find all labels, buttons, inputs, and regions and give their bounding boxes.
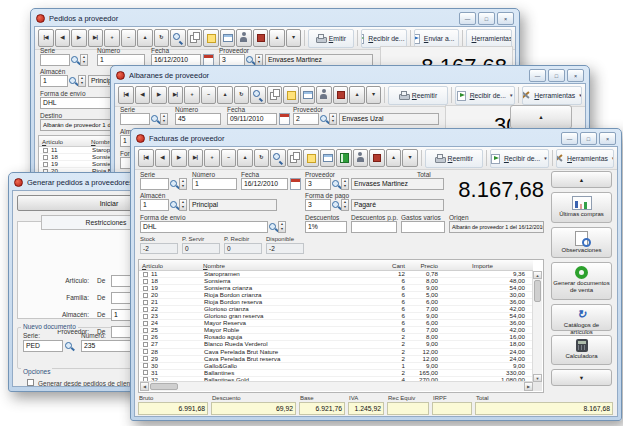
column-header-cant[interactable]: Cant bbox=[392, 262, 405, 269]
serie-spinner[interactable] bbox=[160, 113, 168, 125]
scroll-down-icon[interactable]: ▼ bbox=[533, 374, 542, 382]
sort-up-icon[interactable]: ▲ bbox=[349, 86, 365, 104]
search-icon[interactable] bbox=[319, 113, 329, 125]
nav-first-icon[interactable]: |◀ bbox=[38, 29, 54, 47]
sidebar-up-button[interactable]: ▲ bbox=[551, 171, 612, 188]
accept-icon[interactable]: ▲ bbox=[217, 86, 233, 104]
facturas-titlebar[interactable]: Facturas de proveedor —□× bbox=[131, 129, 621, 146]
table-row[interactable]: 11 Staropramen 12 0,78 9,36 bbox=[140, 271, 533, 278]
minimize-button[interactable]: — bbox=[459, 12, 476, 25]
scrollbar-thumb[interactable] bbox=[150, 383, 178, 390]
catalogos-articulos-button[interactable]: Catálogos de artículos bbox=[551, 304, 612, 331]
maximize-button[interactable]: □ bbox=[580, 132, 597, 145]
table-row[interactable]: 26 Rosado aguja 2 8,00 16,00 bbox=[140, 334, 533, 341]
notes-icon[interactable] bbox=[303, 149, 319, 167]
nav-prev-icon[interactable]: ◀ bbox=[135, 86, 151, 104]
notes-icon[interactable] bbox=[283, 86, 299, 104]
row-checkbox[interactable] bbox=[143, 293, 148, 298]
sidebar-down-button[interactable]: ▼ bbox=[551, 369, 612, 386]
stop-icon[interactable] bbox=[369, 149, 385, 167]
table-row[interactable]: 23 Glorioso gran reserva 6 9,00 54,00 bbox=[140, 313, 533, 320]
scroll-left-icon[interactable]: ◀ bbox=[140, 382, 149, 391]
horizontal-scrollbar[interactable]: ◀ ▶ bbox=[140, 381, 533, 391]
row-checkbox[interactable] bbox=[143, 314, 148, 319]
emitir-button[interactable]: Emitir bbox=[308, 29, 354, 48]
accept-icon[interactable]: ▲ bbox=[237, 149, 253, 167]
fecha-input[interactable]: 09/11/2010 bbox=[227, 113, 277, 125]
panel-up-button[interactable]: ▲ bbox=[510, 105, 572, 129]
fecha-input[interactable]: 16/12/2010 bbox=[241, 178, 288, 190]
descuentos-pp-input[interactable] bbox=[351, 221, 397, 233]
search-icon[interactable] bbox=[170, 29, 186, 47]
gastos-varios-input[interactable] bbox=[401, 221, 445, 233]
search-icon[interactable] bbox=[331, 178, 341, 190]
table-row[interactable]: 27 Blanco Rueda Verderol 2 9,00 18,00 bbox=[140, 341, 533, 348]
copy-icon[interactable] bbox=[287, 149, 303, 167]
numero-input[interactable]: 45 bbox=[175, 113, 221, 125]
numero-input[interactable]: 1 bbox=[192, 178, 237, 190]
descuentos-input[interactable]: 1% bbox=[305, 221, 347, 233]
recibir-de-button[interactable]: Recibir de...▼ bbox=[361, 29, 407, 48]
accept-icon[interactable]: ▲ bbox=[137, 29, 153, 47]
preview-icon[interactable] bbox=[220, 29, 236, 47]
row-checkbox[interactable] bbox=[143, 356, 148, 361]
search-icon[interactable] bbox=[169, 199, 179, 211]
minimize-button[interactable]: — bbox=[529, 69, 546, 82]
search-icon[interactable] bbox=[150, 113, 160, 125]
row-checkbox[interactable] bbox=[43, 148, 48, 153]
search-icon[interactable] bbox=[331, 199, 341, 211]
row-checkbox[interactable] bbox=[143, 342, 148, 347]
forma-envio-input[interactable]: DHL bbox=[140, 221, 268, 233]
remove-record-icon[interactable]: − bbox=[121, 29, 137, 47]
stop-icon[interactable] bbox=[253, 29, 269, 47]
search-icon[interactable] bbox=[268, 221, 278, 233]
nav-prev-icon[interactable]: ◀ bbox=[55, 29, 71, 47]
proveedor-input[interactable]: 3 bbox=[305, 178, 331, 190]
minimize-button[interactable]: — bbox=[561, 132, 578, 145]
almacen-spinner[interactable] bbox=[179, 199, 187, 211]
pedidos-titlebar[interactable]: Pedidos a proveedor —□× bbox=[31, 9, 519, 26]
proveedor-spinner[interactable] bbox=[329, 113, 337, 125]
nav-next-icon[interactable]: ▶ bbox=[151, 86, 167, 104]
sort-down-icon[interactable]: ▼ bbox=[366, 86, 382, 104]
table-row[interactable]: 28 Cava Perelada Brut Nature 2 12,00 24,… bbox=[140, 349, 533, 356]
herramientas-button[interactable]: Herramientas▼ bbox=[522, 86, 582, 105]
forma-pago-input[interactable]: 3 bbox=[305, 199, 331, 211]
close-button[interactable]: × bbox=[599, 132, 616, 145]
preview-icon[interactable] bbox=[300, 86, 316, 104]
nav-first-icon[interactable]: |◀ bbox=[138, 149, 154, 167]
row-checkbox[interactable] bbox=[143, 370, 148, 375]
serie-input[interactable] bbox=[40, 54, 70, 66]
albaranes-titlebar[interactable]: Albaranes de proveedor —□× bbox=[111, 66, 589, 83]
remove-record-icon[interactable]: − bbox=[201, 86, 217, 104]
table-row[interactable]: 22 Glorioso crianza 6 7,00 42,00 bbox=[140, 306, 533, 313]
table-row[interactable]: 21 Rioja Bordon reserva 6 6,00 36,00 bbox=[140, 299, 533, 306]
nav-first-icon[interactable]: |◀ bbox=[118, 86, 134, 104]
maximize-button[interactable]: □ bbox=[478, 12, 495, 25]
column-header-importe[interactable]: Importe bbox=[472, 262, 493, 269]
close-button[interactable]: × bbox=[497, 12, 514, 25]
almacen-input[interactable]: 1 bbox=[140, 199, 169, 211]
add-record-icon[interactable]: + bbox=[104, 29, 120, 47]
row-checkbox[interactable] bbox=[143, 363, 148, 368]
row-checkbox[interactable] bbox=[143, 321, 148, 326]
sort-down-icon[interactable]: ▼ bbox=[402, 149, 418, 167]
row-checkbox[interactable] bbox=[143, 272, 148, 277]
column-header-precio[interactable]: Precio bbox=[420, 262, 438, 269]
user-icon[interactable] bbox=[236, 29, 252, 47]
serie-input[interactable] bbox=[140, 178, 169, 190]
serie-spinner[interactable] bbox=[80, 54, 88, 66]
user-icon[interactable] bbox=[353, 149, 369, 167]
search-icon[interactable] bbox=[68, 75, 78, 87]
scroll-right-icon[interactable]: ▶ bbox=[524, 382, 533, 391]
refresh-icon[interactable]: ↻ bbox=[154, 29, 170, 47]
calculadora-button[interactable]: Calculadora bbox=[551, 335, 612, 365]
stop-icon[interactable] bbox=[333, 86, 349, 104]
almacen-input[interactable]: 1 bbox=[40, 75, 68, 87]
row-checkbox[interactable] bbox=[143, 328, 148, 333]
ultimas-compras-button[interactable]: Últimas compras bbox=[551, 192, 612, 223]
green-book-icon[interactable] bbox=[336, 149, 352, 167]
row-checkbox[interactable] bbox=[143, 307, 148, 312]
row-checkbox[interactable] bbox=[143, 279, 148, 284]
column-header-nombre[interactable]: Nombre bbox=[203, 262, 225, 269]
